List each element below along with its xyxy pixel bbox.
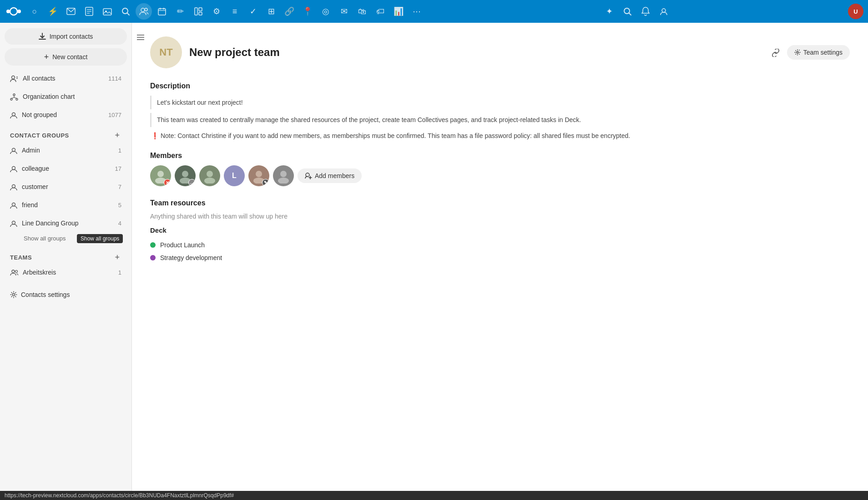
sidebar-item-admin[interactable]: Admin 1 xyxy=(3,142,129,159)
friend-count: 5 xyxy=(118,202,121,209)
maps-icon[interactable]: 📍 xyxy=(299,3,316,20)
mail2-icon[interactable]: ✉ xyxy=(336,3,352,20)
svg-point-38 xyxy=(12,203,15,206)
deck-item-1[interactable]: Product Launch xyxy=(150,239,850,251)
add-group-button[interactable]: + xyxy=(113,131,121,139)
member-avatar-3[interactable] xyxy=(199,165,220,186)
admin-label: Admin xyxy=(22,147,118,154)
svg-point-46 xyxy=(797,51,798,53)
tables-icon[interactable]: ⊞ xyxy=(263,3,279,20)
svg-point-10 xyxy=(122,8,128,14)
line-dancing-label: Line Dancing Group xyxy=(22,219,118,227)
svg-point-35 xyxy=(12,148,15,151)
sidebar-item-all-contacts[interactable]: All contacts 1114 xyxy=(3,70,129,87)
global-search-icon[interactable] xyxy=(619,3,636,20)
notifications-icon[interactable] xyxy=(637,3,654,20)
colleague-count: 17 xyxy=(115,165,121,172)
svg-point-42 xyxy=(13,294,15,296)
barChart-icon[interactable]: 📊 xyxy=(390,3,407,20)
sidebar-item-arbeitskreis[interactable]: Arbeitskreis 1 xyxy=(3,264,129,281)
show-all-groups-tooltip: Show all groups xyxy=(77,234,123,243)
svg-rect-8 xyxy=(103,9,111,15)
not-grouped-count: 1077 xyxy=(108,112,121,118)
sidebar-item-org-chart[interactable]: Organization chart xyxy=(3,88,129,105)
add-team-button[interactable]: + xyxy=(113,253,121,261)
svg-point-25 xyxy=(12,76,15,79)
sidebar-item-friend[interactable]: friend 5 xyxy=(3,196,129,214)
sidebar-item-customer[interactable]: customer 7 xyxy=(3,178,129,195)
sidebar-item-not-grouped[interactable]: Not grouped 1077 xyxy=(3,106,129,123)
import-contacts-button[interactable]: Import contacts xyxy=(5,28,127,45)
team-name: New project team xyxy=(189,46,762,59)
customer-icon xyxy=(10,183,17,191)
team-resources-section: Team resources Anything shared with this… xyxy=(150,199,850,264)
app-logo[interactable] xyxy=(5,3,23,20)
svg-point-41 xyxy=(15,270,18,272)
team-header: NT New project team Team settings xyxy=(150,36,850,68)
members-section: Members ✕ … L xyxy=(150,152,850,186)
svg-line-11 xyxy=(127,13,129,15)
deck-item-2[interactable]: Strategy development xyxy=(150,251,850,264)
svg-point-12 xyxy=(141,8,145,12)
analytics-icon[interactable]: ◎ xyxy=(318,3,334,20)
user-status-icon[interactable] xyxy=(656,3,672,20)
member-avatar-1[interactable]: ✕ xyxy=(150,165,171,186)
teams-header: Teams + xyxy=(3,249,129,263)
member-avatar-6[interactable] xyxy=(273,165,294,186)
lists-icon[interactable]: ≡ xyxy=(227,3,243,20)
user-avatar[interactable]: U xyxy=(848,4,863,19)
sidebar-item-colleague[interactable]: colleague 17 xyxy=(3,160,129,177)
sidebar-toggle[interactable] xyxy=(135,31,146,43)
sidebar-item-line-dancing[interactable]: Line Dancing Group 4 xyxy=(3,214,129,232)
svg-point-49 xyxy=(182,171,188,177)
svg-point-28 xyxy=(13,94,15,96)
files-icon[interactable] xyxy=(81,3,97,20)
photos-icon[interactable] xyxy=(99,3,116,20)
member-avatar-4[interactable]: L xyxy=(224,165,245,186)
add-members-label: Add members xyxy=(315,172,354,179)
description-section: Description Let's kickstart our next pro… xyxy=(150,82,850,141)
notes-icon[interactable]: ✏ xyxy=(172,3,188,20)
svg-point-55 xyxy=(280,171,287,177)
member-avatar-2[interactable]: … xyxy=(175,165,196,186)
member-avatar-5[interactable]: ✎ xyxy=(248,165,269,186)
contacts-icon[interactable] xyxy=(136,3,152,20)
not-grouped-label: Not grouped xyxy=(22,111,108,118)
team-settings-button[interactable]: Team settings xyxy=(787,45,850,60)
contacts-settings-label: Contacts settings xyxy=(21,291,70,298)
show-all-groups-link[interactable]: Show all groups xyxy=(7,232,73,244)
svg-line-33 xyxy=(14,97,17,98)
links-icon[interactable]: 🔗 xyxy=(281,3,298,20)
svg-line-32 xyxy=(11,97,14,98)
dashboard-icon[interactable]: ○ xyxy=(26,3,43,20)
top-navigation: ○ ⚡ ✏ ⚙ ≡ ✓ ⊞ 🔗 📍 ◎ ✉ 🛍 🏷 📊 ⋯ ✦ U xyxy=(0,0,868,23)
calendar-icon[interactable] xyxy=(154,3,170,20)
svg-point-37 xyxy=(12,184,15,188)
description-note: ❗ Note: Contact Christine if you want to… xyxy=(150,131,850,141)
arbeitskreis-icon xyxy=(10,268,18,276)
new-contact-button[interactable]: + New contact xyxy=(5,48,127,66)
arbeitskreis-count: 1 xyxy=(118,269,121,276)
contacts-settings-link[interactable]: Contacts settings xyxy=(3,286,129,303)
import-contacts-label: Import contacts xyxy=(50,33,93,40)
ai-icon[interactable]: ✦ xyxy=(601,3,617,20)
copy-link-button[interactable] xyxy=(769,45,782,60)
activity-icon[interactable]: ⚡ xyxy=(45,3,61,20)
not-grouped-icon xyxy=(10,111,17,119)
tasks-icon[interactable]: ✓ xyxy=(245,3,261,20)
add-members-button[interactable]: Add members xyxy=(298,168,362,183)
svg-point-1 xyxy=(6,10,10,13)
all-contacts-icon xyxy=(10,74,18,82)
deck-icon[interactable] xyxy=(190,3,207,20)
line-dancing-icon xyxy=(10,219,17,227)
shop-icon[interactable]: 🛍 xyxy=(354,3,370,20)
search-icon[interactable] xyxy=(117,3,134,20)
integration-icon[interactable]: ⚙ xyxy=(208,3,225,20)
tags-icon[interactable]: 🏷 xyxy=(372,3,389,20)
svg-point-53 xyxy=(256,171,262,177)
all-contacts-count: 1114 xyxy=(108,75,121,82)
contact-groups-label: Contact groups xyxy=(10,132,69,139)
more-apps-icon[interactable]: ⋯ xyxy=(409,3,425,20)
svg-point-39 xyxy=(12,221,15,224)
mail-icon[interactable] xyxy=(63,3,79,20)
